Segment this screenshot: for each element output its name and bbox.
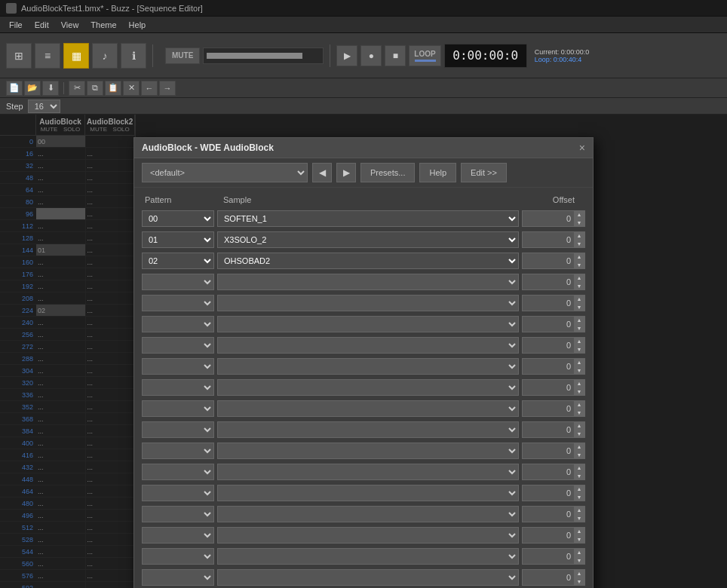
help-button[interactable]: Help — [419, 163, 456, 182]
sample-select-11[interactable] — [217, 443, 519, 459]
offset-down-5[interactable]: ▼ — [574, 324, 584, 332]
offset-up-0[interactable]: ▲ — [574, 210, 584, 219]
menu-file[interactable]: File — [3, 19, 29, 31]
offset-up-1[interactable]: ▲ — [574, 231, 584, 240]
play-button[interactable]: ▶ — [336, 45, 357, 66]
info-view-button[interactable]: ℹ — [121, 43, 146, 69]
offset-up-8[interactable]: ▲ — [574, 379, 584, 387]
offset-up-16[interactable]: ▲ — [574, 548, 584, 556]
sample-select-16[interactable] — [217, 548, 519, 565]
wave-view-button[interactable]: ≡ — [35, 43, 60, 69]
record-button[interactable]: ● — [360, 45, 382, 66]
offset-up-12[interactable]: ▲ — [574, 464, 584, 472]
offset-down-2[interactable]: ▼ — [574, 261, 584, 269]
pattern-select-1[interactable]: 01 — [142, 231, 214, 248]
offset-down-1[interactable]: ▼ — [574, 240, 584, 248]
copy-button[interactable]: ⧉ — [87, 81, 103, 96]
offset-up-7[interactable]: ▲ — [574, 358, 584, 366]
dialog-close-button[interactable]: × — [579, 142, 585, 153]
undo-button[interactable]: ← — [141, 81, 158, 96]
offset-down-12[interactable]: ▼ — [574, 472, 584, 480]
offset-up-9[interactable]: ▲ — [574, 400, 584, 409]
offset-up-6[interactable]: ▲ — [574, 337, 584, 345]
sample-select-8[interactable] — [217, 379, 519, 396]
offset-up-5[interactable]: ▲ — [574, 316, 584, 324]
pattern-select-10[interactable] — [142, 421, 214, 438]
sample-select-3[interactable] — [217, 274, 519, 290]
edit-button[interactable]: Edit >> — [461, 163, 507, 182]
offset-down-9[interactable]: ▼ — [574, 409, 584, 417]
step-select[interactable]: 16 1 2 4 8 32 64 — [28, 100, 60, 113]
menu-edit[interactable]: Edit — [29, 19, 55, 31]
audio-view-button[interactable]: ♪ — [92, 43, 118, 69]
menu-help[interactable]: Help — [123, 19, 152, 31]
pattern-select-3[interactable] — [142, 274, 214, 290]
delete-button[interactable]: ✕ — [123, 81, 140, 96]
offset-down-14[interactable]: ▼ — [574, 514, 584, 522]
pattern-select-16[interactable] — [142, 548, 214, 565]
offset-up-13[interactable]: ▲ — [574, 485, 584, 493]
new-button[interactable]: 📄 — [6, 81, 23, 96]
offset-down-7[interactable]: ▼ — [574, 366, 584, 375]
offset-down-0[interactable]: ▼ — [574, 219, 584, 227]
offset-down-13[interactable]: ▼ — [574, 493, 584, 501]
pattern-select-4[interactable] — [142, 295, 214, 311]
sample-select-14[interactable] — [217, 506, 519, 522]
pattern-select-2[interactable]: 02 — [142, 253, 214, 269]
pattern-select-13[interactable] — [142, 485, 214, 501]
sample-select-5[interactable] — [217, 316, 519, 332]
offset-up-15[interactable]: ▲ — [574, 527, 584, 535]
sample-select-10[interactable] — [217, 421, 519, 438]
sample-select-6[interactable] — [217, 337, 519, 354]
offset-down-11[interactable]: ▼ — [574, 451, 584, 459]
grid-view-button[interactable]: ⊞ — [6, 43, 32, 69]
pattern-select-12[interactable] — [142, 464, 214, 480]
sample-select-7[interactable] — [217, 358, 519, 375]
preset-select[interactable]: <default> — [142, 163, 308, 182]
offset-up-10[interactable]: ▲ — [574, 421, 584, 430]
pattern-select-11[interactable] — [142, 443, 214, 459]
offset-up-2[interactable]: ▲ — [574, 253, 584, 261]
offset-down-17[interactable]: ▼ — [574, 577, 584, 586]
pattern-select-8[interactable] — [142, 379, 214, 396]
sample-select-2[interactable]: OHSOBAD2 — [217, 253, 519, 269]
sample-select-15[interactable] — [217, 527, 519, 544]
pattern-select-5[interactable] — [142, 316, 214, 332]
offset-up-3[interactable]: ▲ — [574, 274, 584, 282]
save-button[interactable]: ⬇ — [42, 81, 59, 96]
offset-up-4[interactable]: ▲ — [574, 295, 584, 303]
pattern-select-7[interactable] — [142, 358, 214, 375]
pattern-select-9[interactable] — [142, 400, 214, 417]
mute-button[interactable]: MUTE — [165, 47, 200, 64]
sample-select-17[interactable] — [217, 569, 519, 586]
offset-down-8[interactable]: ▼ — [574, 387, 584, 396]
presets-button[interactable]: Presets... — [360, 163, 415, 182]
pattern-select-17[interactable] — [142, 569, 214, 586]
sample-select-9[interactable] — [217, 400, 519, 417]
pattern-select-0[interactable]: 00 — [142, 210, 214, 227]
offset-down-15[interactable]: ▼ — [574, 535, 584, 544]
pattern-select-6[interactable] — [142, 337, 214, 354]
sample-select-0[interactable]: SOFTEN_1 — [217, 210, 519, 227]
sample-select-12[interactable] — [217, 464, 519, 480]
cut-button[interactable]: ✂ — [69, 81, 85, 96]
redo-button[interactable]: → — [159, 81, 176, 96]
nav-prev-button[interactable]: ◀ — [312, 163, 332, 182]
pattern-select-15[interactable] — [142, 527, 214, 544]
offset-down-3[interactable]: ▼ — [574, 282, 584, 290]
paste-button[interactable]: 📋 — [105, 81, 121, 96]
offset-down-10[interactable]: ▼ — [574, 430, 584, 438]
pattern-select-14[interactable] — [142, 506, 214, 522]
offset-down-4[interactable]: ▼ — [574, 303, 584, 311]
menu-view[interactable]: View — [55, 19, 85, 31]
sample-select-13[interactable] — [217, 485, 519, 501]
sample-select-4[interactable] — [217, 295, 519, 311]
offset-down-16[interactable]: ▼ — [574, 556, 584, 565]
menu-theme[interactable]: Theme — [84, 19, 122, 31]
nav-next-button[interactable]: ▶ — [336, 163, 356, 182]
loop-button[interactable]: LOOP — [409, 45, 440, 66]
offset-down-6[interactable]: ▼ — [574, 345, 584, 354]
open-button[interactable]: 📂 — [24, 81, 41, 96]
volume-slider[interactable] — [203, 47, 324, 64]
offset-up-11[interactable]: ▲ — [574, 443, 584, 451]
